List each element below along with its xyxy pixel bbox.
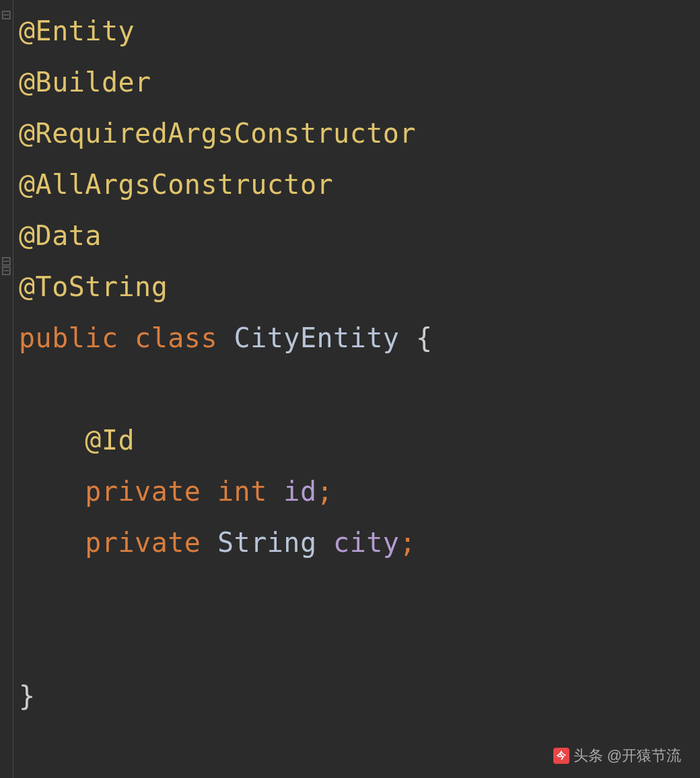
code-line: @Builder <box>19 57 693 108</box>
annotation-id: @Id <box>85 425 135 456</box>
watermark: 今 头条 @开猿节流 <box>553 746 681 766</box>
code-line: public class CityEntity { <box>19 312 693 363</box>
keyword-class: class <box>135 322 217 353</box>
keyword-int: int <box>217 476 267 507</box>
annotation-data: @Data <box>19 220 102 251</box>
annotation-all-args: @AllArgsConstructor <box>19 169 333 200</box>
code-line: @Data <box>19 210 693 261</box>
code-line: @ToString <box>19 261 693 312</box>
field-id: id <box>283 476 316 507</box>
code-line: @Id <box>19 415 693 466</box>
keyword-private: private <box>85 527 201 558</box>
close-brace: } <box>19 680 36 711</box>
code-line: private String city; <box>19 517 693 568</box>
code-line: @AllArgsConstructor <box>19 159 693 210</box>
watermark-label: 头条 <box>573 746 603 766</box>
annotation-builder: @Builder <box>19 67 151 98</box>
code-line: } <box>19 670 693 721</box>
annotation-required-args: @RequiredArgsConstructor <box>19 118 416 149</box>
blank-line <box>19 363 693 415</box>
annotation-tostring: @ToString <box>19 271 168 302</box>
blank-line <box>19 619 693 670</box>
keyword-private: private <box>85 476 201 507</box>
field-city: city <box>333 527 399 558</box>
code-editor[interactable]: @Entity @Builder @RequiredArgsConstructo… <box>19 5 693 721</box>
code-line: private int id; <box>19 466 693 517</box>
open-brace: { <box>416 322 433 353</box>
fold-mark-icon: ⊟ <box>1 262 11 279</box>
keyword-public: public <box>19 322 118 353</box>
type-string: String <box>217 527 317 558</box>
semicolon: ; <box>399 527 416 558</box>
editor-gutter: ⊟ ⊟ ⊟ <box>0 0 13 778</box>
watermark-handle: @开猿节流 <box>607 746 681 766</box>
annotation-entity: @Entity <box>19 15 135 46</box>
fold-mark-icon: ⊟ <box>1 7 11 23</box>
watermark-logo-icon: 今 <box>553 748 569 764</box>
semicolon: ; <box>317 476 334 507</box>
code-line: @RequiredArgsConstructor <box>19 108 693 159</box>
class-name: CityEntity <box>234 322 400 353</box>
code-line: @Entity <box>19 5 693 57</box>
blank-line <box>19 568 693 619</box>
